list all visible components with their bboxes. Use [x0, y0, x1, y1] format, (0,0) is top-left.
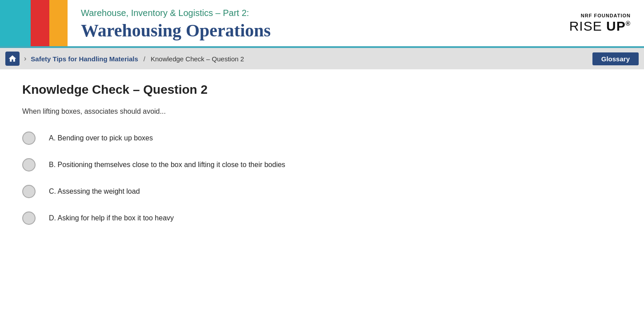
logo-block-yellow: [49, 0, 68, 46]
answer-options: A. Bending over to pick up boxes B. Posi…: [22, 132, 622, 225]
breadcrumb-left: › Safety Tips for Handling Materials / K…: [5, 52, 244, 66]
nrf-riseup-label: RISE UP®: [569, 19, 631, 33]
home-button[interactable]: [5, 52, 20, 66]
nrf-rise-text: RISE: [569, 19, 602, 33]
breadcrumb-chevron: ›: [24, 55, 26, 63]
breadcrumb-parent-link[interactable]: Safety Tips for Handling Materials: [31, 55, 138, 63]
header-title-area: Warehouse, Inventory & Logistics – Part …: [68, 0, 556, 46]
nrf-logo-text: NRF FOUNDATION RISE UP®: [569, 13, 631, 33]
page-header: Warehouse, Inventory & Logistics – Part …: [0, 0, 644, 48]
logo-block-teal: [0, 0, 31, 46]
question-title: Knowledge Check – Question 2: [22, 83, 622, 97]
main-content: Knowledge Check – Question 2 When liftin…: [0, 69, 644, 251]
breadcrumb-separator: /: [144, 55, 145, 63]
radio-a[interactable]: [22, 132, 36, 145]
nrf-up-text: UP: [602, 19, 626, 33]
answer-option-a[interactable]: A. Bending over to pick up boxes: [22, 132, 622, 145]
glossary-button[interactable]: Glossary: [592, 52, 639, 65]
answer-text-c: C. Assessing the weight load: [49, 187, 140, 195]
answer-option-b[interactable]: B. Positioning themselves close to the b…: [22, 158, 622, 171]
radio-d[interactable]: [22, 211, 36, 225]
nrf-trademark: ®: [626, 20, 631, 27]
answer-text-d: D. Asking for help if the box it too hea…: [49, 214, 174, 222]
header-main-title: Warehousing Operations: [81, 20, 543, 41]
answer-text-b: B. Positioning themselves close to the b…: [49, 161, 285, 169]
breadcrumb-bar: › Safety Tips for Handling Materials / K…: [0, 48, 644, 69]
nrf-foundation-label: NRF FOUNDATION: [569, 13, 631, 18]
answer-option-d[interactable]: D. Asking for help if the box it too hea…: [22, 211, 622, 225]
question-text: When lifting boxes, associates should av…: [22, 108, 622, 116]
answer-text-a: A. Bending over to pick up boxes: [49, 134, 153, 142]
radio-c[interactable]: [22, 185, 36, 198]
answer-option-c[interactable]: C. Assessing the weight load: [22, 185, 622, 198]
logo-color-blocks: [0, 0, 68, 46]
radio-b[interactable]: [22, 158, 36, 171]
breadcrumb-current: Knowledge Check – Question 2: [151, 55, 244, 63]
home-icon: [8, 54, 17, 63]
header-subtitle: Warehouse, Inventory & Logistics – Part …: [81, 8, 543, 18]
nrf-logo: NRF FOUNDATION RISE UP®: [556, 0, 644, 46]
logo-block-red: [31, 0, 49, 46]
